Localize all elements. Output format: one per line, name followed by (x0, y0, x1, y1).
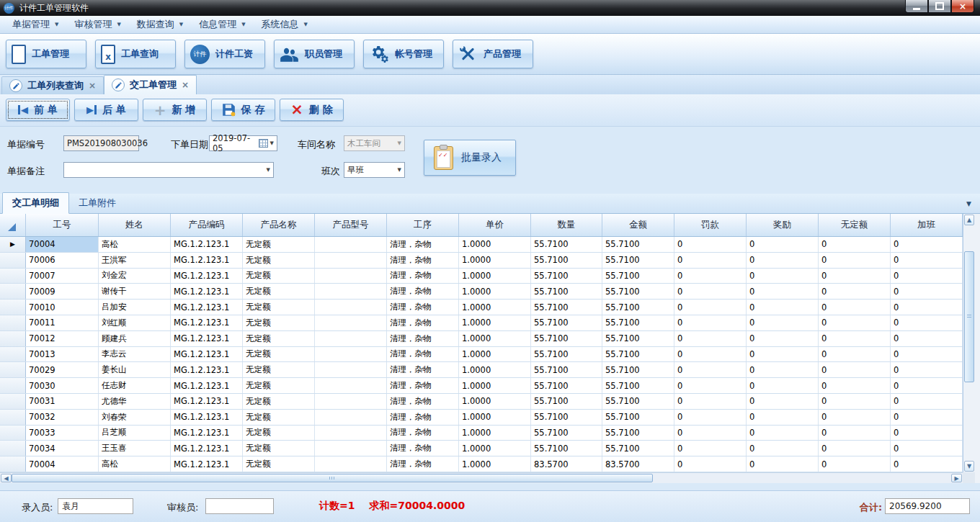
remark-combobox[interactable]: ▼ (63, 162, 274, 178)
cell[interactable]: 清理，杂物 (387, 362, 459, 377)
cell[interactable]: 0 (891, 410, 963, 425)
cell[interactable]: 无定额 (243, 347, 315, 362)
scroll-right-button[interactable]: ▶ (951, 474, 962, 482)
column-header[interactable]: 单价 (459, 214, 531, 236)
cell[interactable] (315, 378, 387, 393)
column-header[interactable]: 产品名称 (243, 214, 315, 236)
cell[interactable]: 0 (674, 269, 747, 284)
cell[interactable]: 0 (819, 331, 891, 346)
cell[interactable]: 清理，杂物 (387, 300, 459, 315)
column-header[interactable]: 金额 (602, 214, 674, 236)
cell[interactable]: 0 (674, 237, 747, 252)
cell[interactable]: MG.1.2.123.1 (171, 347, 243, 362)
cell[interactable]: 0 (819, 347, 891, 362)
menu-item-documents[interactable]: 单据管理▼ (4, 16, 66, 33)
cell[interactable]: 0 (891, 269, 963, 284)
cell[interactable]: 0 (819, 284, 891, 299)
cell[interactable]: MG.1.2.123.1 (171, 300, 243, 315)
row-selector[interactable] (0, 315, 26, 330)
cell[interactable]: 0 (674, 378, 747, 393)
cell[interactable]: 0 (819, 441, 891, 456)
row-selector[interactable] (0, 269, 26, 284)
cell[interactable]: 0 (891, 300, 963, 315)
cell[interactable]: 55.7100 (602, 426, 674, 441)
cell[interactable]: 0 (747, 300, 819, 315)
cell[interactable]: 谢传干 (99, 284, 171, 299)
column-header[interactable]: 产品编码 (171, 214, 243, 236)
cell[interactable] (315, 284, 387, 299)
table-row[interactable]: 70033吕芝顺MG.1.2.123.1无定额清理，杂物1.000055.710… (0, 426, 963, 441)
cell[interactable]: 任志财 (99, 378, 171, 393)
cell[interactable]: 55.7100 (602, 284, 674, 299)
cell[interactable]: 70033 (26, 426, 99, 441)
cell[interactable]: 0 (891, 253, 963, 268)
cell[interactable]: 0 (674, 315, 747, 330)
cell[interactable]: 55.7100 (602, 410, 674, 425)
cell[interactable]: 0 (891, 331, 963, 346)
delete-button[interactable]: × 删 除 (280, 99, 344, 121)
row-selector[interactable] (0, 331, 26, 346)
table-row[interactable]: 70032刘春荣MG.1.2.123.1无定额清理，杂物1.000055.710… (0, 410, 963, 426)
cell[interactable]: 70009 (26, 284, 99, 299)
product-manage-button[interactable]: 产品管理 (453, 40, 533, 68)
cell[interactable]: 0 (747, 456, 819, 472)
cell[interactable]: 1.0000 (459, 253, 531, 268)
cell[interactable]: MG.1.2.123.1 (171, 237, 243, 252)
cell[interactable]: 1.0000 (459, 315, 531, 330)
column-header[interactable]: 无定额 (819, 214, 891, 236)
cell[interactable]: 55.7100 (531, 315, 602, 330)
cell[interactable]: 0 (819, 253, 891, 268)
cell[interactable]: 55.7100 (531, 300, 602, 315)
cell[interactable]: MG.1.2.123.1 (171, 284, 243, 299)
cell[interactable]: 高松 (99, 237, 171, 252)
cell[interactable]: 清理，杂物 (387, 253, 459, 268)
cell[interactable]: 清理，杂物 (387, 378, 459, 393)
cell[interactable]: 0 (674, 394, 747, 409)
staff-manage-button[interactable]: 职员管理 (274, 40, 355, 68)
cell[interactable]: MG.1.2.123.1 (171, 269, 243, 284)
cell[interactable]: 无定额 (243, 284, 315, 299)
cell[interactable]: 吕芝顺 (99, 426, 171, 441)
cell[interactable]: 0 (747, 269, 819, 284)
cell[interactable]: 0 (674, 253, 747, 268)
cell[interactable]: 王洪军 (99, 253, 171, 268)
cell[interactable]: 0 (891, 284, 963, 299)
cell[interactable] (315, 347, 387, 362)
cell[interactable]: 1.0000 (459, 347, 531, 362)
row-selector[interactable] (0, 300, 26, 315)
row-selector[interactable] (0, 362, 26, 377)
column-header[interactable]: 产品型号 (315, 214, 387, 236)
cell[interactable]: 55.7100 (531, 410, 602, 425)
table-row[interactable]: 70031尤德华MG.1.2.123.1无定额清理，杂物1.000055.710… (0, 394, 963, 410)
cell[interactable]: 1.0000 (459, 331, 531, 346)
cell[interactable]: 清理，杂物 (387, 237, 459, 252)
batch-entry-button[interactable]: ✓✓ 批量录入 (424, 140, 516, 176)
cell[interactable]: 55.7100 (602, 441, 674, 456)
cell[interactable]: 清理，杂物 (387, 315, 459, 330)
cell[interactable]: 70029 (26, 362, 99, 377)
cell[interactable]: 70011 (26, 315, 99, 330)
cell[interactable]: 1.0000 (459, 394, 531, 409)
cell[interactable]: 55.7100 (602, 253, 674, 268)
cell[interactable]: 70004 (26, 237, 99, 252)
cell[interactable]: 0 (747, 237, 819, 252)
work-order-query-button[interactable]: x 工单查询 (95, 40, 176, 68)
cell[interactable]: 55.7100 (531, 347, 602, 362)
order-date-field[interactable]: 2019-07-05 ▼ (209, 135, 277, 151)
shift-select[interactable]: 早班 ▼ (344, 162, 405, 178)
scroll-down-button[interactable]: ▼ (964, 461, 974, 472)
tab-work-order-list-query[interactable]: 工单列表查询 × (1, 76, 104, 94)
tab-close-icon[interactable]: × (89, 81, 96, 90)
cell[interactable]: 70007 (26, 269, 99, 284)
cell[interactable] (315, 300, 387, 315)
cell[interactable]: 55.7100 (602, 315, 674, 330)
cell[interactable] (315, 269, 387, 284)
cell[interactable]: 0 (819, 269, 891, 284)
cell[interactable]: 尤德华 (99, 394, 171, 409)
vertical-scrollbar[interactable]: ▲ ▼ (963, 214, 975, 472)
row-selector[interactable] (0, 378, 26, 393)
menu-item-audit[interactable]: 审核管理▼ (66, 16, 128, 33)
horizontal-scrollbar[interactable]: ◀ ▶ (0, 472, 963, 483)
cell[interactable]: 无定额 (243, 410, 315, 425)
cell[interactable]: 0 (747, 253, 819, 268)
